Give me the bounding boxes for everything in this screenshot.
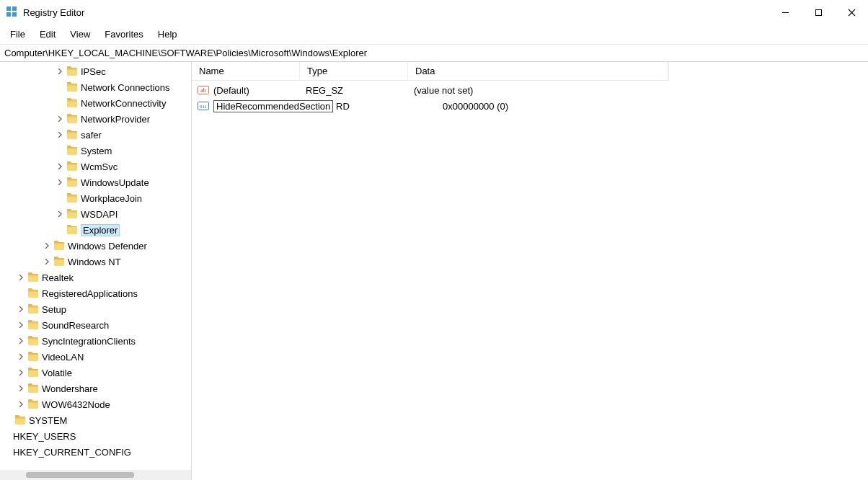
menu-favorites[interactable]: Favorites <box>97 26 150 43</box>
expand-toggle[interactable] <box>42 257 52 267</box>
svg-rect-32 <box>54 259 64 260</box>
list-header: Name Type Data <box>192 62 668 81</box>
svg-rect-46 <box>28 370 38 371</box>
svg-rect-34 <box>28 275 38 276</box>
tree-item[interactable]: WorkplaceJoin <box>0 190 191 206</box>
tree-item[interactable]: HKEY_USERS <box>0 428 191 444</box>
svg-rect-5 <box>815 9 821 15</box>
svg-rect-9 <box>67 68 77 70</box>
tree-item-label: WSDAPI <box>81 209 118 220</box>
tree-item[interactable]: Volatile <box>0 365 191 381</box>
expand-toggle[interactable] <box>55 161 65 172</box>
value-data: (value not set) <box>414 85 473 96</box>
expand-toggle[interactable] <box>16 272 26 283</box>
svg-rect-0 <box>6 6 11 11</box>
menu-help[interactable]: Help <box>151 26 185 43</box>
svg-rect-1 <box>12 6 17 11</box>
svg-rect-28 <box>67 227 77 234</box>
tree-item[interactable]: WindowsUpdate <box>0 174 191 190</box>
tree-item[interactable]: NetworkProvider <box>0 111 191 127</box>
tree-item-label: NetworkProvider <box>81 114 150 125</box>
tree-item[interactable]: Explorer <box>0 222 191 238</box>
window-controls <box>769 1 868 24</box>
tree-item[interactable]: Network Connections <box>0 79 191 95</box>
tree-item-label: WindowsUpdate <box>81 177 149 188</box>
tree-item-label: SYSTEM <box>29 415 67 426</box>
value-name <box>213 100 333 112</box>
tree-item[interactable]: Windows Defender <box>0 238 191 254</box>
expand-toggle[interactable] <box>16 320 26 330</box>
svg-rect-52 <box>15 417 25 419</box>
tree-pane[interactable]: IPSec Network Connections NetworkConnect… <box>0 62 192 480</box>
binary-value-icon: 011 <box>198 100 209 112</box>
svg-text:011: 011 <box>200 104 208 110</box>
expand-toggle[interactable] <box>16 368 26 378</box>
svg-text:ab: ab <box>200 87 206 94</box>
value-row[interactable]: 011RD0x00000000 (0) <box>192 98 868 114</box>
tree-item[interactable]: SoundResearch <box>0 317 191 333</box>
tree-item-label: IPSec <box>81 66 106 77</box>
tree-item[interactable]: IPSec <box>0 63 191 79</box>
tree-item[interactable]: Windows NT <box>0 254 191 270</box>
col-name[interactable]: Name <box>192 62 300 80</box>
expand-toggle[interactable] <box>16 383 26 394</box>
tree-item[interactable]: Wondershare <box>0 381 191 396</box>
expand-toggle[interactable] <box>16 304 26 314</box>
expand-toggle[interactable] <box>55 114 65 124</box>
value-type: RD <box>336 101 443 112</box>
tree-item[interactable]: RegisteredApplications <box>0 285 191 301</box>
minimize-button[interactable] <box>769 1 802 24</box>
col-type[interactable]: Type <box>300 62 408 80</box>
svg-rect-40 <box>28 322 38 324</box>
tree-item[interactable]: Setup <box>0 301 191 317</box>
expand-toggle[interactable] <box>42 241 52 251</box>
address-bar[interactable]: Computer\HKEY_LOCAL_MACHINE\SOFTWARE\Pol… <box>0 45 868 62</box>
menu-edit[interactable]: Edit <box>32 26 63 43</box>
tree-item-label: System <box>81 146 112 156</box>
tree-item[interactable]: SYSTEM <box>0 412 191 428</box>
tree-item-label: WOW6432Node <box>42 399 110 410</box>
tree-item[interactable]: safer <box>0 127 191 143</box>
expand-toggle[interactable] <box>55 130 65 140</box>
value-name: (Default) <box>213 85 306 96</box>
tree-item-label: HKEY_USERS <box>13 431 76 442</box>
tree-item[interactable]: NetworkConnectivity <box>0 95 191 111</box>
expand-toggle[interactable] <box>55 177 65 187</box>
svg-rect-30 <box>54 243 64 244</box>
svg-rect-50 <box>28 401 38 403</box>
expand-toggle[interactable] <box>16 399 26 409</box>
svg-rect-38 <box>28 306 38 308</box>
svg-rect-23 <box>67 179 77 181</box>
expand-toggle[interactable] <box>16 336 26 346</box>
tree-item[interactable]: Realtek <box>0 270 191 285</box>
expand-toggle[interactable] <box>55 209 65 219</box>
svg-rect-27 <box>67 211 77 213</box>
tree-item-label: Explorer <box>81 224 120 236</box>
tree-item[interactable]: WSDAPI <box>0 206 191 222</box>
rename-input[interactable] <box>213 100 333 112</box>
expand-toggle[interactable] <box>16 352 26 362</box>
tree-item-label: RegisteredApplications <box>42 288 138 299</box>
tree-hscrollbar[interactable] <box>0 470 191 480</box>
expand-toggle[interactable] <box>55 66 65 76</box>
title-bar: Registry Editor <box>0 0 868 25</box>
col-data[interactable]: Data <box>408 62 668 80</box>
tree-item-label: Setup <box>42 304 66 315</box>
close-button[interactable] <box>835 1 868 24</box>
tree-item[interactable]: WcmSvc <box>0 159 191 174</box>
window-title: Registry Editor <box>23 7 84 18</box>
tree-item[interactable]: HKEY_CURRENT_CONFIG <box>0 444 191 460</box>
tree-item[interactable]: System <box>0 143 191 159</box>
svg-rect-42 <box>28 338 38 339</box>
svg-rect-48 <box>28 386 38 387</box>
svg-rect-17 <box>67 132 77 133</box>
value-row[interactable]: ab(Default)REG_SZ(value not set) <box>192 82 868 98</box>
maximize-button[interactable] <box>802 1 835 24</box>
tree-item[interactable]: WOW6432Node <box>0 396 191 412</box>
tree-item[interactable]: VideoLAN <box>0 349 191 365</box>
scrollbar-thumb[interactable] <box>26 472 134 478</box>
tree-item[interactable]: SyncIntegrationClients <box>0 333 191 349</box>
menu-file[interactable]: File <box>3 26 32 43</box>
menu-view[interactable]: View <box>63 26 97 43</box>
string-value-icon: ab <box>198 84 209 96</box>
